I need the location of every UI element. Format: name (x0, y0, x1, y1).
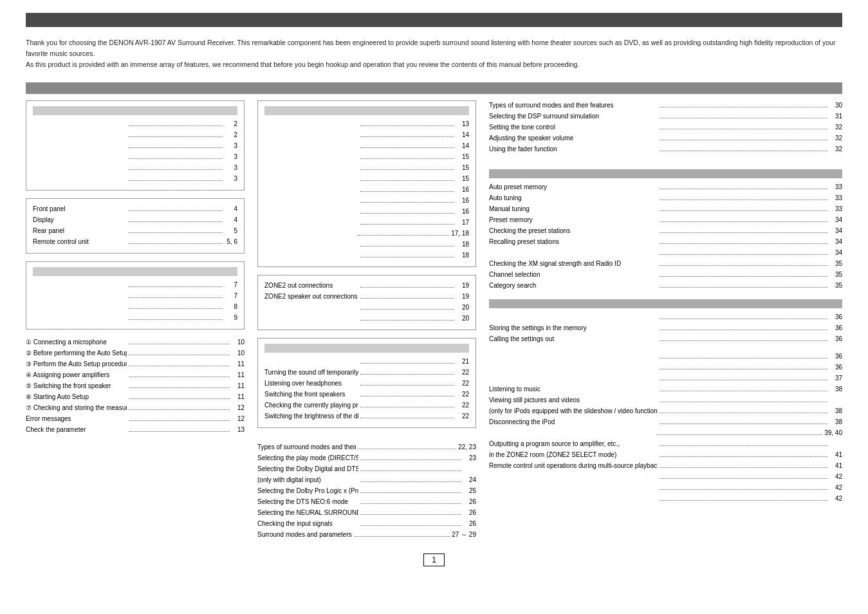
toc-entry: 17 (264, 218, 469, 227)
toc-entry-store-settings: Storing the settings in the memory 36 (489, 323, 842, 333)
page-number: 1 (423, 554, 445, 566)
toc-entry-neural: Selecting the NEURAL SURROUND mode 26 (257, 508, 476, 517)
toc-entry-blank7: 42 (489, 472, 842, 481)
toc-entry: 3 (33, 174, 237, 183)
toc-entry-blank: 34 (489, 248, 842, 257)
toc-entry-blank2: 36 (489, 312, 842, 322)
toc-entry-manual-tuning: Manual tuning 33 (489, 204, 842, 214)
toc-entry-surround-params: Surround modes and parameters 27 ～ 29 (257, 530, 476, 539)
toc-entry: 18 (264, 239, 469, 249)
toc-entry-muting: Turning the sound off temporarily (MUTIN… (264, 367, 469, 377)
middle-toc-box-3: 21 Turning the sound off temporarily (MU… (257, 338, 476, 428)
toc-entry-check-preset: Checking the preset stations 34 (489, 226, 842, 236)
toc-entry: 18 (264, 250, 469, 260)
toc-entry: 14 (264, 141, 469, 151)
right-section-2-bar (489, 169, 842, 178)
toc-entry-zone2-out: ZONE2 out connections 19 (264, 281, 469, 290)
toc-entry-blank9: 42 (489, 494, 842, 503)
toc-entry-switch-front: ⑤ Switching the front speaker 11 (26, 381, 245, 391)
intro-section: Thank you for choosing the DENON AVR-190… (26, 37, 842, 70)
toc-entry: 9 (33, 313, 237, 322)
toc-entry-zone2-speaker: ZONE2 speaker out connections 19 (264, 292, 469, 301)
toc-entry-channel-sel: Channel selection 35 (489, 270, 842, 279)
toc-entry-switch-front-spk: Switching the front speakers 22 (264, 389, 469, 399)
toc-entry: 3 (33, 163, 237, 172)
toc-entry-recall-preset: Recalling preset stations 34 (489, 237, 842, 247)
toc-entry: 15 (264, 152, 469, 162)
toc-entry-check-prog: Checking the currently playing program s… (264, 400, 469, 410)
middle-surround-section: Types of surround modes and their featur… (257, 442, 476, 539)
toc-entry-brightness: Switching the brightness of the display … (264, 411, 469, 421)
toc-entry: 13 (264, 119, 469, 129)
toc-entry-fader: Using the fader function 32 (489, 144, 842, 154)
middle-toc-box-1-title (264, 106, 469, 115)
toc-entry-disconnect-ipod: Disconnecting the iPod 38 (489, 417, 842, 427)
toc-entry-digital-input: (only with digital input) 24 (257, 475, 476, 485)
toc-entry-blank3: 36 (489, 351, 842, 361)
page-number-area: 1 (26, 554, 842, 566)
toc-entry: 21 (264, 357, 469, 366)
toc-entry: 17, 18 (264, 228, 469, 238)
content-area: 2 2 3 3 3 (26, 100, 842, 541)
toc-entry: 2 (33, 130, 237, 140)
toc-entry-check-store: ⑦ Checking and storing the measurement r… (26, 403, 245, 413)
right-section-3-bar (489, 299, 842, 308)
toc-entry: 16 (264, 185, 469, 194)
toc-entry-blank6: 39, 40 (489, 428, 842, 438)
toc-entry: 20 (264, 302, 469, 312)
toc-entry: 3 (33, 141, 237, 151)
toc-entry-assign-power: ④ Assigning power amplifiers 11 (26, 370, 245, 380)
toc-entry-tone: Setting the tone control 32 (489, 122, 842, 132)
intro-line2: As this product is provided with an imme… (26, 59, 842, 70)
toc-entry-output-prog: Outputting a program source to amplifier… (489, 439, 842, 449)
toc-entry: 7 (33, 291, 237, 301)
left-column: 2 2 3 3 3 (26, 100, 245, 541)
toc-entry-play-mode: Selecting the play mode (DIRECT/STEREO) … (257, 453, 476, 463)
middle-toc-box-1: 13 14 14 15 15 15 16 16 16 17 17, 18 18 … (257, 100, 476, 267)
toc-entry: 8 (33, 302, 237, 312)
toc-box-3-title (33, 267, 237, 276)
toc-entry-start-auto: ⑥ Starting Auto Setup 11 (26, 392, 245, 402)
toc-entry-category-search: Category search 35 (489, 281, 842, 290)
right-section-1: Types of surround modes and their featur… (489, 100, 842, 154)
toc-entry-blank5: 37 (489, 373, 842, 383)
middle-toc-box-2: ZONE2 out connections 19 ZONE2 speaker o… (257, 275, 476, 330)
toc-entry-blank8: 42 (489, 483, 842, 492)
toc-entry-perform-auto-setup: ③ Perform the Auto Setup procedure 11 (26, 359, 245, 369)
toc-entry: 16 (264, 207, 469, 216)
toc-entry-dolby-dts: Selecting the Dolby Digital and DTS Surr… (257, 464, 476, 474)
toc-entry-front-panel: Front panel 4 (33, 204, 237, 214)
toc-entry-xm-signal: Checking the XM signal strength and Radi… (489, 259, 842, 268)
toc-entry-check-param: Check the parameter 13 (26, 425, 245, 434)
toc-box-2: Front panel 4 Display 4 Rear panel 5 Rem… (26, 198, 245, 254)
toc-entry: 16 (264, 196, 469, 205)
toc-entry-pro-logic: Selecting the Dolby Pro Logic x (Pro Log… (257, 486, 476, 496)
header-bar (26, 13, 842, 27)
toc-entry: 20 (264, 313, 469, 323)
intro-line1: Thank you for choosing the DENON AVR-190… (26, 37, 842, 59)
toc-entry-rear-panel: Rear panel 5 (33, 226, 237, 236)
toc-entry: 3 (33, 152, 237, 162)
toc-entry-before-auto-setup: ② Before performing the Auto Setup proce… (26, 348, 245, 358)
right-column: Types of surround modes and their featur… (489, 100, 842, 541)
toc-box-1: 2 2 3 3 3 (26, 100, 245, 191)
toc-entry-auto-preset: Auto preset memory 33 (489, 182, 842, 192)
toc-entry: 2 (33, 119, 237, 129)
toc-entry-remote-multi: Remote control unit operations during mu… (489, 461, 842, 470)
toc-entry-call-settings: Calling the settings out 36 (489, 334, 842, 344)
toc-entry-check-input: Checking the input signals 26 (257, 519, 476, 528)
right-section-3: 36 Storing the settings in the memory 36… (489, 299, 842, 503)
toc-entry-spk-vol: Adjusting the speaker volume 32 (489, 133, 842, 143)
toc-entry: 15 (264, 174, 469, 183)
toc-entry-zone2-select: in the ZONE2 room (ZONE2 SELECT mode) 41 (489, 450, 842, 460)
toc-entry-connect-mic: ① Connecting a microphone 10 (26, 337, 245, 347)
toc-entry-preset-mem: Preset memory 34 (489, 215, 842, 225)
toc-entry-surround-types: Types of surround modes and their featur… (257, 442, 476, 452)
toc-box-4: ① Connecting a microphone 10 ② Before pe… (26, 337, 245, 434)
toc-box-3: 7 7 8 9 (26, 261, 245, 330)
toc-entry-listen-music: Listening to music 38 (489, 384, 842, 394)
toc-entry-auto-tuning: Auto tuning 33 (489, 193, 842, 203)
toc-entry-surround-types-r: Types of surround modes and their featur… (489, 100, 842, 110)
toc-entry-ipod-slideshow: (only for iPods equipped with the slides… (489, 406, 842, 416)
toc-entry-error-msg: Error messages 12 (26, 414, 245, 423)
